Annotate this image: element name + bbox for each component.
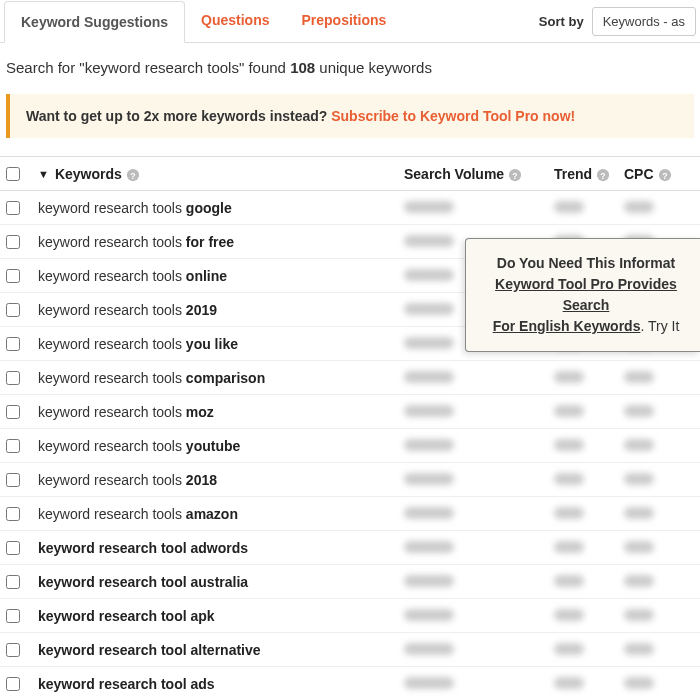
header-cpc[interactable]: CPC [624, 166, 654, 182]
header-keywords[interactable]: Keywords [55, 166, 122, 182]
blurred-value [624, 575, 654, 587]
row-checkbox[interactable] [6, 235, 20, 249]
blurred-value [554, 473, 584, 485]
table-row: keyword research tools moz [0, 395, 700, 429]
row-checkbox[interactable] [6, 677, 20, 691]
sort-by-label: Sort by [539, 14, 584, 29]
help-icon[interactable]: ? [508, 165, 522, 181]
blurred-value [554, 405, 584, 417]
row-checkbox[interactable] [6, 439, 20, 453]
svg-text:?: ? [600, 170, 605, 180]
blurred-value [404, 337, 454, 349]
keyword-cell: keyword research tool australia [30, 574, 404, 590]
blurred-value [404, 439, 454, 451]
blurred-value [404, 643, 454, 655]
table-row: keyword research tool australia [0, 565, 700, 599]
row-checkbox[interactable] [6, 507, 20, 521]
keyword-cell: keyword research tools amazon [30, 506, 404, 522]
header-trend[interactable]: Trend [554, 166, 592, 182]
help-icon[interactable]: ? [126, 166, 140, 182]
header-search-volume[interactable]: Search Volume [404, 166, 504, 182]
help-icon[interactable]: ? [658, 165, 672, 181]
tab-questions[interactable]: Questions [185, 0, 285, 42]
blurred-value [624, 371, 654, 383]
keyword-cell: keyword research tool apk [30, 608, 404, 624]
blurred-value [624, 473, 654, 485]
row-checkbox[interactable] [6, 541, 20, 555]
keyword-cell: keyword research tools 2019 [30, 302, 404, 318]
blurred-value [404, 269, 454, 281]
row-checkbox[interactable] [6, 371, 20, 385]
blurred-value [404, 541, 454, 553]
row-checkbox[interactable] [6, 269, 20, 283]
blurred-value [554, 541, 584, 553]
upsell-popup: Do You Need This Informat Keyword Tool P… [465, 238, 700, 352]
blurred-value [554, 201, 584, 213]
keyword-cell: keyword research tools moz [30, 404, 404, 420]
blurred-value [404, 507, 454, 519]
keyword-cell: keyword research tools 2018 [30, 472, 404, 488]
table-row: keyword research tool apk [0, 599, 700, 633]
keyword-cell: keyword research tool ads [30, 676, 404, 692]
blurred-value [404, 405, 454, 417]
blurred-value [554, 439, 584, 451]
table-row: keyword research tools comparison [0, 361, 700, 395]
svg-text:?: ? [512, 170, 517, 180]
table-row: keyword research tool alternative [0, 633, 700, 667]
row-checkbox[interactable] [6, 405, 20, 419]
blurred-value [624, 439, 654, 451]
blurred-value [404, 201, 454, 213]
blurred-value [554, 677, 584, 689]
blurred-value [554, 507, 584, 519]
keyword-cell: keyword research tools online [30, 268, 404, 284]
blurred-value [624, 405, 654, 417]
row-checkbox[interactable] [6, 303, 20, 317]
tab-keyword-suggestions[interactable]: Keyword Suggestions [4, 1, 185, 43]
keyword-cell: keyword research tools youtube [30, 438, 404, 454]
svg-text:?: ? [662, 170, 667, 180]
keyword-cell: keyword research tools for free [30, 234, 404, 250]
blurred-value [404, 609, 454, 621]
keyword-cell: keyword research tool adwords [30, 540, 404, 556]
row-checkbox[interactable] [6, 473, 20, 487]
blurred-value [404, 371, 454, 383]
blurred-value [404, 235, 454, 247]
blurred-value [404, 473, 454, 485]
table-row: keyword research tools amazon [0, 497, 700, 531]
help-icon[interactable]: ? [596, 165, 610, 181]
select-all-checkbox[interactable] [6, 167, 20, 181]
blurred-value [404, 677, 454, 689]
row-checkbox[interactable] [6, 609, 20, 623]
blurred-value [554, 643, 584, 655]
row-checkbox[interactable] [6, 575, 20, 589]
results-summary: Search for "keyword research tools" foun… [0, 43, 700, 90]
blurred-value [624, 507, 654, 519]
row-checkbox[interactable] [6, 337, 20, 351]
blurred-value [554, 609, 584, 621]
keyword-cell: keyword research tools comparison [30, 370, 404, 386]
promo-subscribe-link[interactable]: Subscribe to Keyword Tool Pro now! [331, 108, 575, 124]
blurred-value [624, 201, 654, 213]
sort-caret-icon: ▼ [38, 168, 49, 180]
table-row: keyword research tools google [0, 191, 700, 225]
table-row: keyword research tools youtube [0, 429, 700, 463]
table-row: keyword research tools 2018 [0, 463, 700, 497]
blurred-value [554, 371, 584, 383]
row-checkbox[interactable] [6, 201, 20, 215]
table-row: keyword research tool adwords [0, 531, 700, 565]
blurred-value [624, 677, 654, 689]
tab-prepositions[interactable]: Prepositions [286, 0, 403, 42]
keyword-cell: keyword research tool alternative [30, 642, 404, 658]
blurred-value [624, 643, 654, 655]
row-checkbox[interactable] [6, 643, 20, 657]
blurred-value [404, 575, 454, 587]
keyword-cell: keyword research tools google [30, 200, 404, 216]
table-row: keyword research tool ads [0, 667, 700, 700]
svg-text:?: ? [130, 171, 135, 181]
sort-by-select[interactable]: Keywords - as [592, 7, 696, 36]
blurred-value [624, 609, 654, 621]
keyword-cell: keyword research tools you like [30, 336, 404, 352]
blurred-value [404, 303, 454, 315]
blurred-value [624, 541, 654, 553]
promo-banner: Want to get up to 2x more keywords inste… [6, 94, 694, 138]
